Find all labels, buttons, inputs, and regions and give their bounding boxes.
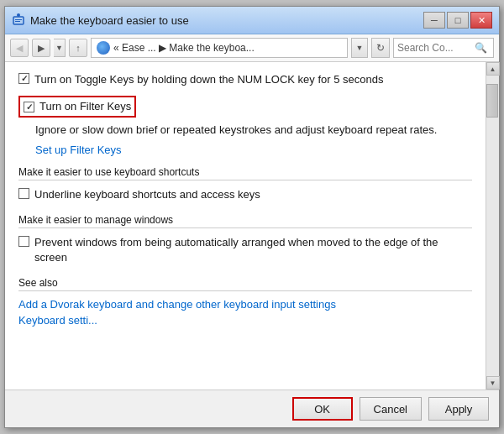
forward-button[interactable]: ▶ [32,39,50,57]
window-icon [12,13,25,27]
title-bar-controls: ─ □ ✕ [423,12,492,29]
dvorak-link[interactable]: Add a Dvorak keyboard and change other k… [18,298,472,311]
ok-button[interactable]: OK [292,397,353,421]
filter-keys-label: Turn on Filter Keys [39,99,131,114]
scroll-down-button[interactable]: ▼ [486,376,500,390]
shortcuts-heading: Make it easier to use keyboard shortcuts [18,166,472,180]
filter-keys-checkbox[interactable] [24,102,34,112]
back-button[interactable]: ◀ [10,39,29,57]
cancel-button[interactable]: Cancel [360,397,422,421]
address-bar[interactable]: « Ease ... ▶ Make the keyboa... [91,38,348,58]
filter-keys-header-wrapper: Turn on Filter Keys [18,96,472,118]
prevent-arrange-label: Prevent windows from being automatically… [34,235,472,265]
up-button[interactable]: ↑ [69,39,87,57]
globe-icon [97,41,110,55]
search-input[interactable] [397,42,473,54]
svg-rect-1 [15,19,22,20]
svg-point-3 [17,13,20,17]
scroll-track[interactable] [486,76,499,376]
toggle-keys-label: Turn on Toggle Keys by holding down the … [34,72,384,87]
search-icon[interactable]: 🔍 [473,40,488,55]
address-dropdown[interactable]: ▼ [351,38,368,58]
svg-rect-0 [13,17,24,24]
scrollbar: ▲ ▼ [486,62,499,390]
window-title: Make the keyboard easier to use [30,14,189,27]
prevent-arrange-row: Prevent windows from being automatically… [18,235,472,265]
scroll-up-button[interactable]: ▲ [486,62,500,76]
manage-windows-section: Make it easier to manage windows Prevent… [18,214,472,265]
nav-dropdown[interactable]: ▼ [54,39,66,57]
setup-filter-keys-link[interactable]: Set up Filter Keys [35,144,472,156]
filter-keys-section: Turn on Filter Keys Ignore or slow down … [18,96,472,155]
prevent-arrange-checkbox[interactable] [18,236,29,247]
underline-shortcuts-row: Underline keyboard shortcuts and access … [18,187,472,202]
content-area: Turn on Toggle Keys by holding down the … [5,62,499,390]
scroll-thumb[interactable] [486,84,498,118]
underline-shortcuts-label: Underline keyboard shortcuts and access … [34,187,260,202]
search-box[interactable]: 🔍 [393,38,494,58]
title-bar: Make the keyboard easier to use ─ □ ✕ [5,7,499,34]
refresh-button[interactable]: ↻ [371,38,390,58]
keyboard-settings-link[interactable]: Keyboard setti... [18,314,472,327]
title-bar-left: Make the keyboard easier to use [12,13,189,27]
filter-keys-description: Ignore or slow down brief or repeated ke… [35,123,472,138]
toggle-keys-checkbox[interactable] [18,73,29,84]
apply-button[interactable]: Apply [428,397,489,421]
svg-rect-2 [15,21,20,22]
keyboard-shortcuts-section: Make it easier to use keyboard shortcuts… [18,166,472,202]
manage-windows-heading: Make it easier to manage windows [18,214,472,228]
nav-bar: ◀ ▶ ▼ ↑ « Ease ... ▶ Make the keyboa... … [5,34,499,62]
close-button[interactable]: ✕ [470,12,492,29]
bottom-bar: OK Cancel Apply [5,390,499,427]
main-content: Turn on Toggle Keys by holding down the … [5,62,486,390]
minimize-button[interactable]: ─ [423,12,445,29]
underline-shortcuts-checkbox[interactable] [18,188,29,199]
see-also-heading: See also [18,277,472,291]
maximize-button[interactable]: □ [447,12,469,29]
filter-keys-border-box: Turn on Filter Keys [18,96,136,118]
main-window: Make the keyboard easier to use ─ □ ✕ ◀ … [4,6,500,428]
toggle-keys-row: Turn on Toggle Keys by holding down the … [18,72,472,87]
see-also-section: See also Add a Dvorak keyboard and chang… [18,277,472,327]
address-text: « Ease ... ▶ Make the keyboa... [113,42,342,54]
